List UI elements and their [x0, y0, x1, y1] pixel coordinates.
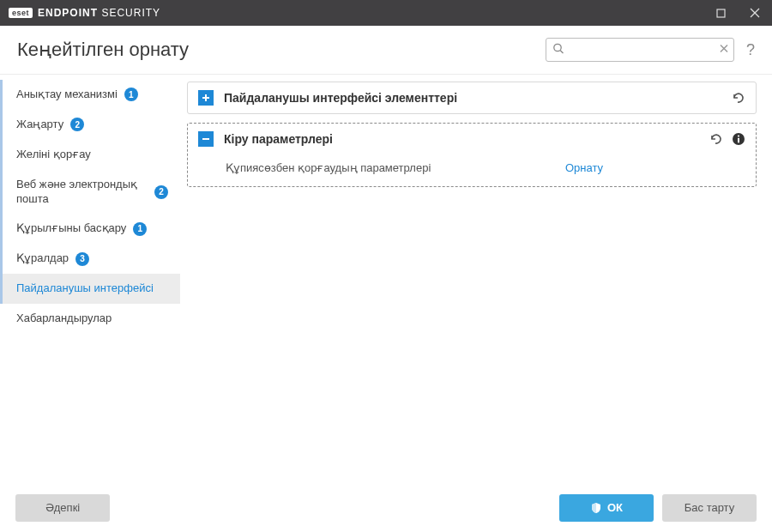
sidebar-item-update[interactable]: Жаңарту 2 — [0, 110, 180, 140]
panel-body-access-setup: Құпиясөзбен қорғаудың параметрлері Орнат… — [188, 154, 756, 186]
sidebar-item-user-interface[interactable]: Пайдаланушы интерфейсі — [0, 274, 180, 304]
sidebar-badge: 1 — [124, 88, 138, 101]
cancel-button[interactable]: Бас тарту — [662, 494, 757, 522]
setting-label: Құпиясөзбен қорғаудың параметрлері — [226, 161, 565, 174]
setting-row-password-protection: Құпиясөзбен қорғаудың параметрлері Орнат… — [226, 161, 745, 174]
product-name: ENDPOINT SECURITY — [38, 7, 160, 19]
maximize-icon — [716, 9, 726, 18]
sidebar-item-label: Жаңарту — [16, 118, 63, 132]
sidebar-item-label: Құралдар — [16, 251, 69, 266]
close-button[interactable] — [738, 0, 772, 26]
sidebar-badge: 2 — [154, 185, 168, 199]
expand-icon — [198, 90, 214, 106]
sidebar-item-detection-engine[interactable]: Анықтау механизмі 1 — [0, 80, 180, 110]
sidebar: Анықтау механизмі 1 Жаңарту 2 Желіні қор… — [0, 75, 180, 482]
titlebar-brand: eset ENDPOINT SECURITY — [9, 7, 160, 19]
search-field-wrap — [546, 38, 734, 62]
default-button[interactable]: Әдепкі — [15, 494, 110, 522]
ok-button[interactable]: ОК — [559, 494, 654, 522]
revert-button[interactable] — [730, 90, 745, 106]
page-title: Кеңейтілген орнату — [17, 39, 189, 61]
sidebar-item-web-email[interactable]: Веб және электрондық пошта 2 — [0, 170, 180, 215]
sidebar-item-label: Желіні қорғау — [16, 148, 91, 162]
info-icon — [732, 132, 745, 146]
content-area: Пайдаланушы интерфейсі элементтері Кіру … — [180, 75, 772, 482]
header-actions: ? — [546, 38, 758, 62]
svg-rect-12 — [738, 138, 739, 143]
svg-point-3 — [554, 44, 561, 51]
sidebar-item-label: Хабарландырулар — [16, 311, 112, 326]
shield-icon — [590, 502, 602, 514]
body: Анықтау механизмі 1 Жаңарту 2 Желіні қор… — [0, 75, 772, 482]
undo-icon — [708, 131, 723, 147]
sidebar-item-label: Пайдаланушы интерфейсі — [16, 281, 154, 296]
panel-title: Пайдаланушы интерфейсі элементтері — [224, 91, 720, 105]
maximize-button[interactable] — [703, 0, 738, 26]
panel-ui-elements: Пайдаланушы интерфейсі элементтері — [187, 82, 757, 114]
sidebar-item-device-control[interactable]: Құрылғыны басқару 1 — [0, 214, 180, 244]
panel-title: Кіру параметрлері — [224, 132, 697, 146]
sidebar-badge: 2 — [70, 118, 84, 131]
collapse-icon — [198, 131, 214, 147]
search-input[interactable] — [546, 38, 734, 62]
sidebar-item-label: Анықтау механизмі — [16, 88, 118, 102]
sidebar-badge: 3 — [75, 252, 89, 266]
setting-action-link[interactable]: Орнату — [565, 161, 745, 174]
panel-header-access-setup[interactable]: Кіру параметрлері — [188, 124, 756, 154]
svg-point-11 — [738, 135, 739, 136]
sidebar-item-label: Веб және электрондық пошта — [16, 178, 148, 207]
sidebar-item-notifications[interactable]: Хабарландырулар — [0, 304, 180, 334]
panel-access-setup: Кіру параметрлері Құпиясөзбен қорғаудың … — [187, 123, 757, 187]
sidebar-badge: 1 — [133, 222, 147, 236]
help-button[interactable]: ? — [743, 41, 758, 59]
svg-rect-0 — [717, 9, 725, 17]
x-icon — [719, 44, 729, 54]
svg-line-4 — [560, 51, 563, 53]
revert-button[interactable] — [708, 131, 723, 147]
panel-header-ui-elements[interactable]: Пайдаланушы интерфейсі элементтері — [188, 82, 756, 113]
sidebar-item-network-protection[interactable]: Желіні қорғау — [0, 140, 180, 170]
window-controls — [703, 0, 772, 26]
titlebar: eset ENDPOINT SECURITY — [0, 0, 772, 26]
footer: Әдепкі ОК Бас тарту — [0, 482, 772, 532]
logo-badge: eset — [9, 8, 33, 18]
clear-search-button[interactable] — [719, 44, 729, 57]
undo-icon — [730, 90, 745, 106]
header: Кеңейтілген орнату ? — [0, 26, 772, 75]
sidebar-item-tools[interactable]: Құралдар 3 — [0, 244, 180, 274]
search-icon — [552, 43, 564, 57]
sidebar-item-label: Құрылғыны басқару — [16, 221, 126, 236]
close-icon — [750, 8, 760, 18]
info-button[interactable] — [732, 132, 745, 146]
